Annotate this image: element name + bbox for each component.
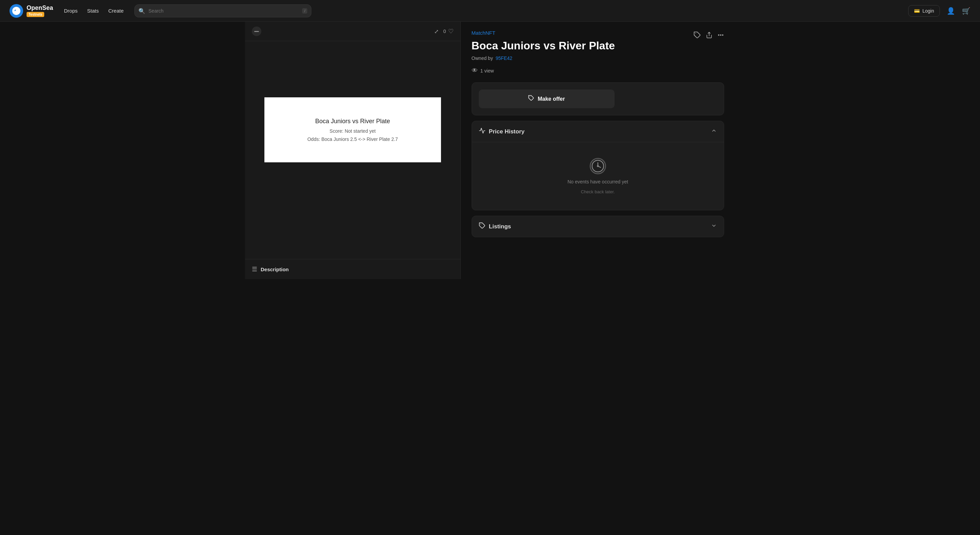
listings-header[interactable]: Listings	[472, 216, 724, 237]
login-button[interactable]: 💳 Login	[908, 5, 940, 17]
nft-owner: Owned by 95FE42	[472, 56, 615, 61]
heart-icon[interactable]: ♡	[448, 27, 453, 35]
svg-point-10	[597, 166, 598, 167]
main-content: ⤢ 0 ♡ Boca Juniors vs River Plate Score:…	[245, 22, 735, 279]
svg-point-3	[718, 35, 719, 36]
nav-drops[interactable]: Drops	[64, 8, 78, 14]
nft-card-score: Score: Not started yet	[278, 128, 427, 134]
search-bar: 🔍 /	[134, 5, 311, 18]
expand-icon[interactable]: ⤢	[434, 28, 439, 35]
listings-title: Listings	[489, 223, 511, 230]
price-history-body: No events have occurred yet Check back l…	[472, 142, 724, 210]
owner-link[interactable]: 95FE42	[495, 56, 512, 61]
listings-header-left: Listings	[479, 222, 511, 231]
navbar: OpenSea Testnets Drops Stats Create 🔍 / …	[0, 0, 980, 22]
collection-name[interactable]: MatchNFT	[472, 30, 615, 36]
svg-point-4	[721, 35, 721, 36]
toolbar-left	[252, 27, 261, 36]
nft-card-title: Boca Juniors vs River Plate	[278, 118, 427, 125]
search-slash-badge: /	[302, 8, 307, 14]
share-button[interactable]	[706, 32, 713, 38]
price-history-section: Price History No events	[472, 121, 724, 210]
nav-right-area: 💳 Login 👤 🛒	[908, 5, 970, 17]
make-offer-label: Make offer	[538, 96, 565, 102]
price-history-chevron-icon	[711, 127, 717, 135]
views-count: 1 view	[480, 68, 494, 73]
tag-action-button[interactable]	[694, 31, 701, 39]
left-panel: ⤢ 0 ♡ Boca Juniors vs River Plate Score:…	[245, 22, 461, 279]
price-history-chart-icon	[479, 127, 485, 136]
right-panel: MatchNFT Boca Juniors vs River Plate Own…	[461, 22, 735, 279]
price-history-title: Price History	[489, 128, 525, 135]
logo-icon	[10, 4, 23, 18]
nav-stats[interactable]: Stats	[87, 8, 99, 14]
description-label: Description	[261, 266, 289, 272]
listings-icon	[479, 222, 485, 231]
search-input[interactable]	[134, 5, 311, 18]
login-label: Login	[923, 8, 934, 14]
eye-icon: 👁	[472, 67, 478, 74]
minimize-button[interactable]	[252, 27, 261, 36]
nft-title: Boca Juniors vs River Plate	[472, 39, 615, 52]
image-toolbar: ⤢ 0 ♡	[245, 22, 460, 41]
likes-area: 0 ♡	[443, 27, 453, 35]
description-icon: ☰	[252, 266, 257, 273]
no-events-sub-text: Check back later.	[581, 189, 615, 194]
nft-image-container: Boca Juniors vs River Plate Score: Not s…	[245, 41, 460, 218]
nft-card-odds: Odds: Boca Juniors 2.5 <-> River Plate 2…	[278, 137, 427, 142]
price-history-header[interactable]: Price History	[472, 121, 724, 142]
cart-button[interactable]: 🛒	[962, 7, 970, 15]
toolbar-right: ⤢ 0 ♡	[434, 27, 453, 35]
wallet-icon: 💳	[914, 8, 920, 14]
offer-tag-icon	[528, 95, 534, 103]
more-options-button[interactable]	[717, 32, 724, 38]
views-area: 👁 1 view	[472, 67, 615, 74]
owned-by-label: Owned by	[472, 56, 493, 61]
no-events-text: No events have occurred yet	[568, 179, 628, 185]
likes-count: 0	[443, 29, 446, 34]
offer-section: Make offer	[472, 82, 724, 115]
make-offer-button[interactable]: Make offer	[479, 89, 614, 108]
search-icon: 🔍	[138, 8, 145, 14]
description-section: ☰ Description	[245, 259, 460, 279]
right-panel-actions	[694, 30, 724, 39]
svg-point-5	[722, 35, 724, 36]
cart-icon: 🛒	[962, 7, 970, 15]
nav-create[interactable]: Create	[108, 8, 124, 14]
profile-icon: 👤	[947, 7, 955, 15]
nft-image-card: Boca Juniors vs River Plate Score: Not s…	[264, 97, 441, 162]
listings-chevron-icon	[711, 223, 717, 231]
listings-section: Listings	[472, 216, 724, 237]
right-panel-info: MatchNFT Boca Juniors vs River Plate Own…	[472, 30, 615, 82]
clock-icon	[590, 158, 606, 174]
logo-text: OpenSea Testnets	[27, 5, 53, 17]
profile-button[interactable]: 👤	[947, 7, 955, 15]
logo-link[interactable]: OpenSea Testnets	[10, 4, 53, 18]
nav-links: Drops Stats Create	[64, 8, 124, 14]
nft-image-bottom	[245, 218, 460, 259]
testnets-badge: Testnets	[27, 12, 44, 17]
right-panel-header: MatchNFT Boca Juniors vs River Plate Own…	[472, 30, 724, 82]
svg-rect-0	[254, 31, 259, 32]
logo-name: OpenSea	[27, 5, 53, 11]
price-history-header-left: Price History	[479, 127, 525, 136]
